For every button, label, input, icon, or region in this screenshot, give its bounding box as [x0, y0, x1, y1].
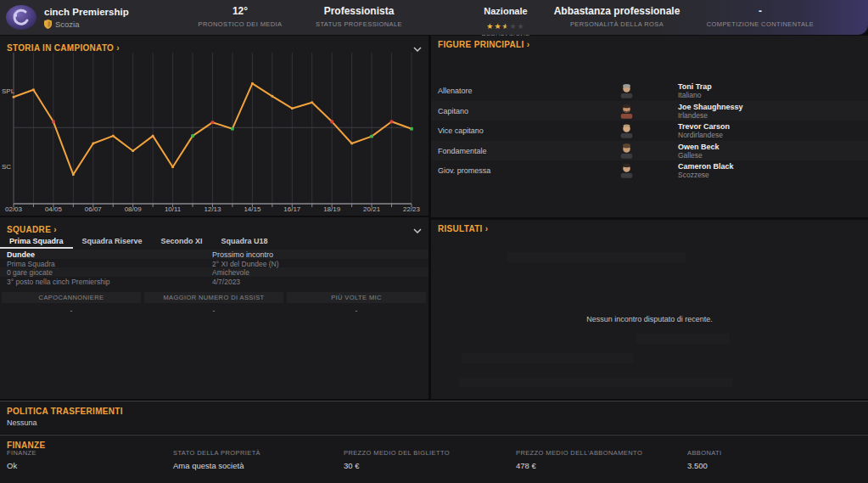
person-portrait [619, 122, 634, 138]
x-tick-label: 20/21 [363, 205, 380, 213]
squad-personality-label: PERSONALITÀ DELLA ROSA [554, 20, 680, 28]
squad-personality-stat: Abbastanza professionale PERSONALITÀ DEL… [554, 6, 680, 28]
squad-info-row: 0 gare giocate Amichevole [0, 267, 428, 277]
professional-status-stat: Professionista STATUS PROFESSIONALE [316, 6, 402, 28]
ghost-row [507, 252, 686, 262]
key-person-role: Fondamentale [438, 147, 487, 155]
avg-season-ticket-price: PREZZO MEDIO DELL'ABBONAMENTO 478 € [516, 449, 642, 470]
ownership-state: STATO DELLA PROPRIETÀ Ama questa società [173, 449, 260, 470]
top-assists-stat: MAGGIOR NUMERO DI ASSIST - [144, 292, 283, 315]
key-person-nationality: Gallese [678, 151, 703, 160]
league-history-plot [14, 53, 412, 211]
x-tick-label: 06/07 [85, 205, 102, 213]
key-people-title[interactable]: FIGURE PRINCIPALI › [438, 40, 529, 49]
key-person-name: Owen Beck [678, 143, 720, 151]
next-match-date: 4/7/2023 [212, 278, 240, 286]
results-panel: RISULTATI › Nessun incontro disputato di… [431, 220, 868, 399]
team-games-played: 0 gare giocate [7, 268, 53, 277]
top-scorer-label: CAPOCANNONIERE [2, 292, 141, 303]
next-match-type: Amichevole [212, 268, 249, 277]
competition-names: cinch Premiership Scozia [44, 7, 129, 29]
season-ticket-holders: ABBONATI 3.500 [687, 449, 722, 470]
tab-secondo-xi[interactable]: Secondo XI [152, 234, 212, 249]
most-motm-stat: PIÙ VOLTE MIC - [287, 292, 426, 315]
x-tick-label: 16/17 [283, 205, 300, 213]
competition-logo[interactable] [5, 4, 37, 31]
key-person-nationality: Scozzese [678, 171, 709, 179]
nation-shield-icon [44, 20, 52, 29]
person-portrait [619, 103, 634, 119]
transfer-policy-section: POLITICA TRASFERIMENTI Nessuna [0, 401, 868, 434]
media-prediction-value: 12° [199, 6, 283, 17]
finances-state-label: FINANZE [7, 449, 36, 457]
team-name[interactable]: Dundee [7, 250, 35, 259]
x-tick-label: 02/03 [5, 205, 22, 213]
x-tick-label: 22/23 [403, 205, 420, 213]
ownership-state-label: STATO DELLA PROPRIETÀ [173, 449, 260, 457]
tab-prima-squadra[interactable]: Prima Squadra [0, 234, 73, 249]
x-tick-label: 08/09 [125, 205, 142, 213]
league-history-chart: 02/0304/0506/0708/0910/1112/1314/1516/17… [0, 36, 428, 216]
person-portrait [619, 82, 634, 98]
squad-personality-value: Abbastanza professionale [554, 6, 680, 17]
key-person-row[interactable]: Allenatore Toni Trap Italiano [431, 81, 868, 101]
person-portrait [619, 162, 634, 178]
squads-title[interactable]: SQUADRE › [7, 225, 57, 234]
league-history-panel: STORIA IN CAMPIONATO › 02/0304/0506/0708… [0, 36, 428, 216]
professional-status-label: STATUS PROFESSIONALE [316, 20, 402, 28]
key-person-role: Giov. promessa [438, 166, 490, 175]
key-person-row[interactable]: Capitano Joe Shaughnessy Irlandese [431, 101, 868, 121]
media-prediction-label: PRONOSTICO DEI MEDIA [199, 20, 283, 28]
key-person-name: Trevor Carson [678, 122, 730, 131]
club-header-bar: cinch Premiership Scozia 12° PRONOSTICO … [0, 0, 868, 35]
key-person-nationality: Italiano [678, 91, 701, 99]
key-person-role: Capitano [438, 107, 468, 115]
key-person-row[interactable]: Giov. promessa Cameron Black Scozzese [431, 160, 868, 181]
finances-section: FINANZE FINANZE Ok STATO DELLA PROPRIETÀ… [0, 435, 868, 483]
y-tick-label: SPL [2, 87, 14, 95]
key-person-nationality: Nordirlandese [678, 131, 723, 139]
team-league-position: 3° posto nella cinch Premiership [7, 278, 110, 286]
x-tick-label: 04/05 [45, 205, 62, 213]
y-tick-label: SC [2, 163, 11, 171]
professional-status-value: Professionista [316, 6, 402, 17]
team-squad-type: Prima Squadra [7, 260, 55, 268]
continental-competition-value: - [707, 6, 815, 17]
top-scorer-value: - [2, 303, 141, 315]
most-motm-value: - [287, 303, 426, 315]
ghost-row [459, 378, 732, 387]
key-person-name: Toni Trap [678, 82, 712, 91]
tab-squadra-u18[interactable]: Squadra U18 [212, 234, 277, 249]
competition-block: cinch Premiership Scozia [5, 4, 129, 31]
finances-state-value: Ok [7, 461, 36, 470]
competition-name[interactable]: cinch Premiership [44, 7, 129, 17]
reputation-value: Nazionale [481, 6, 529, 17]
x-tick-label: 14/15 [244, 205, 260, 213]
next-match-label: Prossimo incontro [212, 250, 273, 259]
transfer-policy-title: POLITICA TRASFERIMENTI [7, 407, 123, 416]
season-ticket-holders-value: 3.500 [687, 461, 722, 470]
key-person-name: Joe Shaughnessy [678, 103, 743, 111]
x-tick-label: 10/11 [165, 205, 181, 213]
x-tick-label: 18/19 [323, 205, 340, 213]
avg-ticket-price: PREZZO MEDIO DEL BIGLIETTO 30 € [344, 449, 450, 470]
top-scorer-stat: CAPOCANNONIERE - [2, 292, 141, 315]
squad-tabs: Prima Squadra Squadra Riserve Secondo XI… [0, 234, 428, 249]
next-match-opponent[interactable]: 2° XI del Dundee (N) [212, 260, 279, 268]
squad-info-row: 3° posto nella cinch Premiership 4/7/202… [0, 277, 428, 286]
key-person-role: Allenatore [438, 87, 473, 95]
avg-season-ticket-price-label: PREZZO MEDIO DELL'ABBONAMENTO [516, 449, 642, 457]
squads-panel: SQUADRE › Prima Squadra Squadra Riserve … [0, 217, 428, 399]
key-person-row[interactable]: Fondamentale Owen Beck Gallese [431, 141, 868, 161]
tab-squadra-riserve[interactable]: Squadra Riserve [73, 234, 152, 249]
avg-season-ticket-price-value: 478 € [516, 461, 642, 470]
ghost-row [462, 353, 633, 363]
key-person-nationality: Irlandese [678, 111, 708, 120]
person-portrait [619, 143, 634, 159]
ownership-state-value: Ama questa società [173, 461, 260, 470]
ghost-row [636, 334, 730, 344]
squad-info-row: Prima Squadra 2° XI del Dundee (N) [0, 259, 428, 268]
results-title[interactable]: RISULTATI › [438, 224, 488, 233]
reputation-stars: ★★★★★★★★★★ [486, 22, 524, 31]
key-person-row[interactable]: Vice capitano Trevor Carson Nordirlandes… [431, 121, 868, 141]
